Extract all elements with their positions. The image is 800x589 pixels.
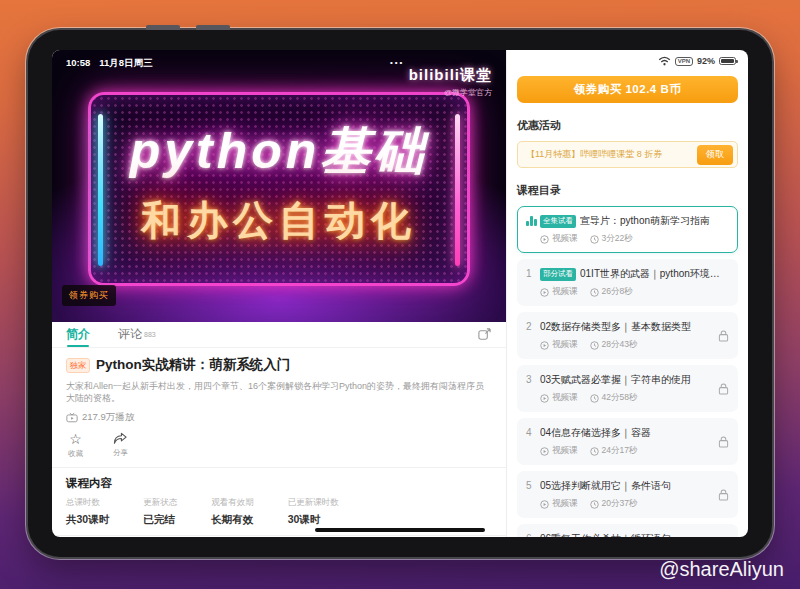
- video-play-icon: [540, 394, 549, 403]
- video-play-icon: [540, 341, 549, 350]
- lock-icon: [718, 330, 729, 342]
- watermark: @shareAliyun: [659, 558, 784, 581]
- bilibili-class-logo: bilibili课堂 @微学堂官方: [409, 66, 492, 98]
- item-index: 4: [526, 427, 540, 438]
- comments-count: 883: [144, 331, 156, 338]
- tablet-device: python基础 和办公自动化 bilibili课堂 @微学堂官方 领券购买 1…: [28, 30, 772, 557]
- status-bar-left: 10:58 11月8日周三: [66, 57, 153, 70]
- catalog-item[interactable]: 2 02数据存储类型多｜基本数据类型 视频课: [517, 312, 738, 359]
- share-button[interactable]: 分享: [113, 432, 128, 459]
- info-col-total: 总课时数 共30课时: [66, 497, 109, 527]
- item-meta: 视频课 3分22秒: [540, 233, 729, 245]
- favorite-button[interactable]: ☆ 收藏: [68, 432, 83, 459]
- catalog-item[interactable]: 3 03天赋武器必掌握｜字符串的使用 视频课: [517, 365, 738, 412]
- item-duration: 42分58秒: [602, 392, 638, 404]
- item-type: 视频课: [552, 233, 578, 245]
- item-badge: 全集试看: [540, 215, 576, 228]
- tab-comments[interactable]: 评论883: [118, 322, 156, 347]
- clock-icon: [590, 447, 599, 456]
- item-title: 05选择判断就用它｜条件语句: [540, 479, 671, 493]
- battery-icon: [719, 57, 736, 66]
- catalog-item[interactable]: 5 05选择判断就用它｜条件语句 视频课: [517, 471, 738, 518]
- catalog-item[interactable]: 6 06重复工作必杀技｜循环语句 视频课: [517, 524, 738, 537]
- volume-down-button: [196, 25, 230, 30]
- item-index: 6: [526, 533, 540, 537]
- item-title: 宣导片：python萌新学习指南: [580, 214, 710, 228]
- item-badge: 部分试看: [540, 268, 576, 281]
- item-title: 06重复工作必杀技｜循环语句: [540, 532, 671, 537]
- item-type: 视频课: [552, 498, 578, 510]
- status-time: 10:58: [66, 57, 90, 70]
- item-meta: 视频课 42分58秒: [540, 392, 712, 404]
- catalog-heading: 课程目录: [517, 183, 738, 198]
- tab-intro[interactable]: 简介: [66, 322, 90, 347]
- main-column: python基础 和办公自动化 bilibili课堂 @微学堂官方 领券购买 1…: [52, 50, 506, 537]
- item-duration: 20分37秒: [602, 498, 638, 510]
- catalog-item[interactable]: 全集试看 宣导片：python萌新学习指南 视频课 3分22秒: [517, 206, 738, 253]
- item-index: 1: [526, 268, 540, 279]
- status-menu-dots: •••: [390, 58, 404, 67]
- battery-percent: 92%: [697, 56, 715, 66]
- clock-icon: [590, 235, 599, 244]
- home-indicator[interactable]: [315, 528, 485, 533]
- item-meta: 视频课 24分17秒: [540, 445, 712, 457]
- course-description: 大家和Allen一起从新手村出发，用四个章节、16个案例解锁各种学习Python…: [52, 380, 506, 404]
- item-duration: 28分43秒: [602, 339, 638, 351]
- play-count-row: 217.9万播放: [52, 411, 506, 424]
- share-panel-icon[interactable]: [477, 327, 492, 342]
- promo-heading: 优惠活动: [517, 118, 738, 133]
- item-meta: 视频课 20分37秒: [540, 498, 712, 510]
- video-play-icon: [540, 288, 549, 297]
- play-count: 217.9万播放: [82, 411, 134, 424]
- clock-icon: [590, 394, 599, 403]
- purchase-sidebar: VPN 92% 领券购买 102.4 B币 优惠活动 【11月特惠】哔哩哔哩课堂…: [506, 50, 748, 537]
- lock-icon: [718, 436, 729, 448]
- item-index: 2: [526, 321, 540, 332]
- item-title: 04信息存储选择多｜容器: [540, 426, 651, 440]
- item-duration: 26分8秒: [602, 286, 633, 298]
- video-play-icon: [540, 447, 549, 456]
- catalog-item[interactable]: 4 04信息存储选择多｜容器 视频课: [517, 418, 738, 465]
- star-icon: ☆: [69, 432, 82, 447]
- item-duration: 24分17秒: [602, 445, 638, 457]
- claim-coupon-button[interactable]: 领取: [697, 145, 733, 165]
- lock-icon: [718, 383, 729, 395]
- item-type: 视频课: [552, 392, 578, 404]
- banner-line2: 和办公自动化: [52, 193, 506, 248]
- item-title: 02数据存储类型多｜基本数据类型: [540, 320, 691, 334]
- video-play-icon: [540, 235, 549, 244]
- screen: python基础 和办公自动化 bilibili课堂 @微学堂官方 领券购买 1…: [52, 50, 748, 537]
- item-index: 5: [526, 480, 540, 491]
- info-col-updated: 已更新课时数 30课时: [288, 497, 339, 527]
- tab-bar: 简介 评论883: [52, 322, 506, 348]
- content-info-columns: 总课时数 共30课时 更新状态 已完结 观看有效期 长期有效 已更新课时数 30…: [52, 497, 506, 527]
- item-duration: 3分22秒: [602, 233, 633, 245]
- catalog-list: 全集试看 宣导片：python萌新学习指南 视频课 3分22秒: [517, 206, 738, 537]
- status-bar-right: VPN 92%: [658, 56, 736, 66]
- item-title: 03天赋武器必掌握｜字符串的使用: [540, 373, 691, 387]
- item-meta: 视频课 26分8秒: [540, 286, 729, 298]
- clock-icon: [590, 500, 599, 509]
- status-date: 11月8日周三: [99, 57, 152, 70]
- wifi-icon: [658, 56, 671, 66]
- course-title: Python实战精讲：萌新系统入门: [96, 356, 290, 374]
- item-type: 视频课: [552, 339, 578, 351]
- divider: [52, 535, 506, 536]
- banner-coupon-badge[interactable]: 领券购买: [62, 285, 116, 306]
- item-title: 01IT世界的武器｜python环境搭建_第一个: [580, 267, 729, 281]
- catalog-item[interactable]: 1 部分试看 01IT世界的武器｜python环境搭建_第一个 视频课: [517, 259, 738, 306]
- lock-icon: [718, 489, 729, 501]
- exclusive-badge: 独家: [66, 358, 90, 373]
- item-meta: 视频课 28分43秒: [540, 339, 712, 351]
- banner-line1: python基础: [52, 118, 506, 185]
- coupon-text: 【11月特惠】哔哩哔哩课堂 8 折券: [526, 148, 662, 161]
- course-banner-video[interactable]: python基础 和办公自动化 bilibili课堂 @微学堂官方 领券购买 1…: [52, 50, 506, 322]
- clock-icon: [590, 341, 599, 350]
- share-icon: [113, 432, 128, 446]
- video-play-icon: [540, 500, 549, 509]
- volume-up-button: [146, 25, 180, 30]
- buy-with-coupon-button[interactable]: 领券购买 102.4 B币: [517, 76, 738, 103]
- play-count-icon: [66, 412, 78, 423]
- divider: [52, 467, 506, 468]
- info-col-status: 更新状态 已完结: [143, 497, 177, 527]
